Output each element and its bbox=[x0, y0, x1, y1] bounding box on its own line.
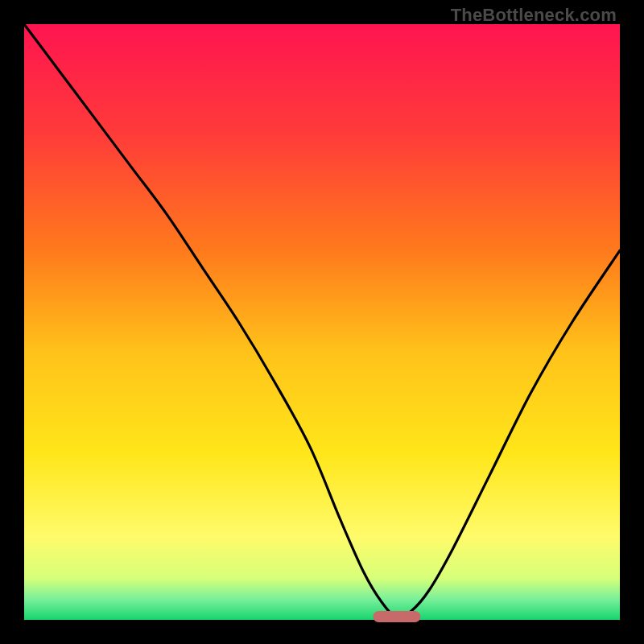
chart-frame: TheBottleneck.com bbox=[0, 0, 644, 644]
watermark-label: TheBottleneck.com bbox=[451, 5, 617, 26]
bottleneck-curve bbox=[24, 24, 620, 620]
plot-area bbox=[24, 24, 620, 620]
optimal-range-marker bbox=[373, 611, 420, 622]
